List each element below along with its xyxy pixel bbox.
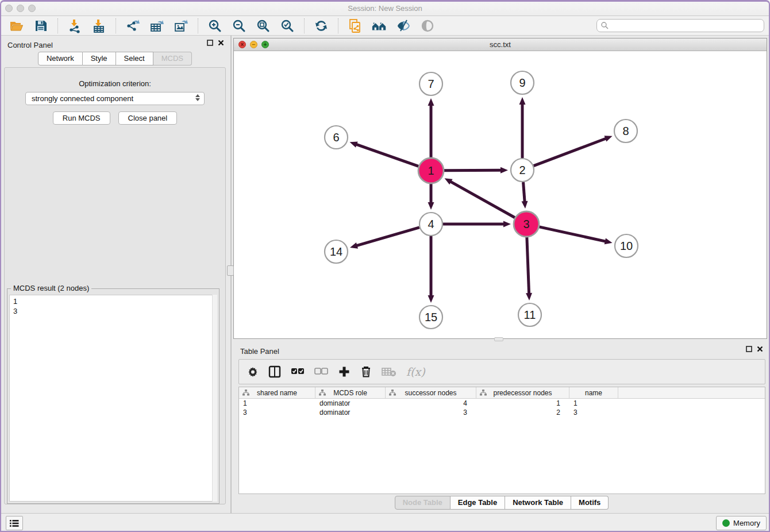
cell-shared-name[interactable]: 1 [239,399,315,408]
open-file-icon[interactable] [9,18,25,34]
edge-4-14[interactable] [356,228,419,246]
close-table-panel-icon[interactable] [757,346,763,352]
edge-arrowhead [526,293,532,300]
export-table-icon[interactable] [149,18,165,34]
window-titlebar: Session: New Session [0,0,770,16]
column-selector-icon[interactable] [268,365,281,378]
node-label: 10 [620,240,633,252]
mcds-result-list[interactable]: 13 [9,295,217,502]
tab-network[interactable]: Network [38,52,83,65]
toolbar-separator [338,18,338,33]
close-panel-button[interactable]: Close panel [118,111,178,125]
horizontal-splitter-handle[interactable] [494,337,503,341]
copy-network-icon[interactable] [347,18,363,34]
cell-MCDS-role[interactable]: dominator [315,399,386,408]
search-input[interactable] [609,22,764,30]
node-label: 4 [428,218,434,230]
apply-layout-icon[interactable] [313,18,329,34]
cell-name[interactable]: 3 [569,408,618,417]
export-image-icon[interactable] [173,18,189,34]
network-window-titlebar[interactable]: × − + scc.txt [234,38,767,51]
export-network-icon[interactable] [125,18,141,34]
show-hide-icon[interactable] [395,18,411,34]
node-label: 7 [428,78,434,90]
tab-select[interactable]: Select [116,52,153,65]
cell-successor-nodes[interactable]: 4 [386,399,476,408]
column-header-successor-nodes[interactable]: successor nodes [386,387,476,398]
network-canvas[interactable]: 7968124314101511 [234,51,767,338]
edge-arrowhead [428,202,434,210]
toolbar-separator [57,18,58,33]
cell-predecessor-nodes[interactable]: 2 [476,408,569,417]
node-label: 9 [519,76,525,89]
memory-button[interactable]: Memory [716,516,767,530]
zoom-fit-icon[interactable] [255,18,271,34]
float-table-panel-icon[interactable] [746,346,752,352]
table-settings-icon[interactable] [247,366,259,377]
network-window-title: scc.txt [234,40,767,49]
column-header-shared-name[interactable]: shared name [239,387,315,398]
zoom-selected-icon[interactable] [279,18,295,34]
column-header-MCDS-role[interactable]: MCDS role [315,387,386,398]
edge-arrowhead [350,242,358,249]
delete-column-icon[interactable] [360,365,372,378]
table-header-row: shared nameMCDS rolesuccessor nodesprede… [239,387,765,399]
status-bar: Memory [0,513,770,532]
save-session-icon[interactable] [33,18,49,34]
run-mcds-button[interactable]: Run MCDS [53,111,110,125]
optimization-criterion-select[interactable]: strongly connected component [25,92,205,105]
edge-3-1[interactable] [450,182,515,218]
column-header-predecessor-nodes[interactable]: predecessor nodes [476,387,569,398]
cell-successor-nodes[interactable]: 3 [386,408,476,417]
tab-mcds[interactable]: MCDS [153,52,192,65]
optimization-criterion-label: Optimization criterion: [5,79,225,88]
result-line: 1 [13,296,217,306]
toolbar-separator [116,18,116,33]
graphics-details-icon[interactable] [419,18,436,34]
import-table-icon[interactable] [91,18,107,34]
node-label: 15 [425,311,437,323]
cell-name[interactable]: 1 [569,399,618,408]
zoom-in-icon[interactable] [207,18,223,34]
select-all-icon[interactable] [291,368,305,376]
zoom-out-icon[interactable] [231,18,247,34]
add-column-icon[interactable] [338,365,351,378]
splitter-handle[interactable] [227,265,234,276]
toolbar-separator [198,18,198,33]
close-panel-icon[interactable] [218,40,224,46]
tab-network-table[interactable]: Network Table [505,496,571,510]
edge-1-2[interactable] [444,170,502,171]
edge-arrowhead [428,295,434,303]
node-table[interactable]: shared nameMCDS rolesuccessor nodesprede… [238,387,765,494]
edge-arrowhead [500,167,508,174]
import-network-icon[interactable] [67,18,83,34]
first-neighbors-icon[interactable] [371,18,387,34]
edge-3-11[interactable] [527,237,529,294]
float-panel-icon[interactable] [207,40,213,46]
result-scrollbar[interactable] [212,295,217,502]
edge-2-8[interactable] [534,138,607,166]
result-line: 3 [13,306,217,316]
tab-node-table[interactable]: Node Table [395,496,451,510]
edge-arrowhead [522,201,528,209]
task-history-button[interactable] [6,516,23,530]
deselect-all-icon[interactable] [314,368,328,376]
table-panel-title: Table Panel [240,347,279,356]
column-header-name[interactable]: name [569,387,618,398]
cell-MCDS-role[interactable]: dominator [315,408,386,417]
control-panel: Control Panel NetworkStyleSelectMCDS Opt… [0,36,230,513]
table-row[interactable]: 3dominator323 [239,408,765,417]
tab-style[interactable]: Style [83,52,116,65]
cell-shared-name[interactable]: 3 [239,408,315,417]
search-box[interactable] [596,19,764,32]
dropdown-stepper-icon [195,94,200,101]
cell-predecessor-nodes[interactable]: 1 [476,399,569,408]
edge-3-10[interactable] [539,227,606,241]
edge-1-6[interactable] [356,144,418,166]
table-row[interactable]: 1dominator411 [239,399,765,408]
tab-motifs[interactable]: Motifs [571,496,609,510]
edge-arrowhead [605,136,613,141]
tab-edge-table[interactable]: Edge Table [451,496,505,510]
edge-arrowhead [428,98,434,106]
edge-2-3[interactable] [523,182,525,202]
